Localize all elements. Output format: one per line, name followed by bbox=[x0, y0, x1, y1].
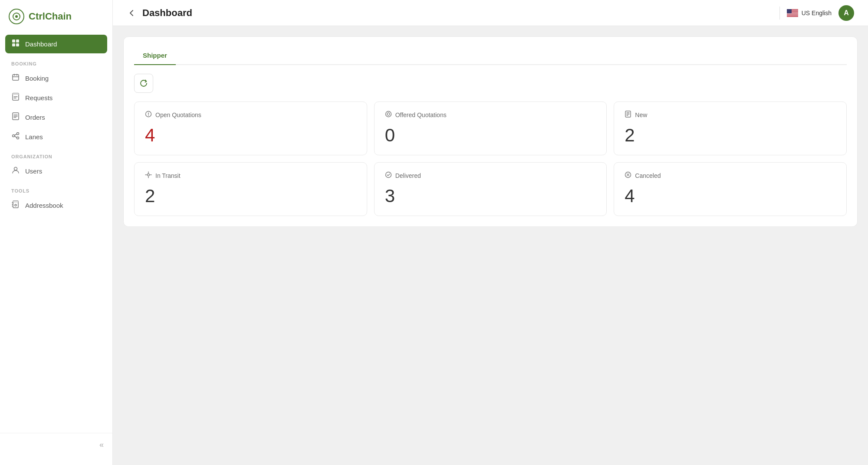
svg-point-1 bbox=[15, 15, 18, 18]
sidebar-item-requests[interactable]: Requests bbox=[5, 88, 107, 107]
stat-card-open-quotations[interactable]: Open Quotations 4 bbox=[134, 102, 367, 155]
addressbook-icon bbox=[11, 200, 20, 210]
stat-card-open-quotations-header: Open Quotations bbox=[145, 111, 356, 119]
header: Dashboard bbox=[113, 0, 868, 26]
delivered-label: Delivered bbox=[395, 172, 421, 179]
sidebar-item-users-label: Users bbox=[25, 167, 42, 175]
logo-text: CtrlChain bbox=[29, 11, 72, 22]
sidebar-item-booking-label: Booking bbox=[25, 75, 49, 82]
booking-section-label: BOOKING bbox=[5, 54, 107, 69]
stat-card-new-header: New bbox=[625, 111, 836, 119]
sidebar-footer: « bbox=[0, 433, 112, 456]
open-quotations-label: Open Quotations bbox=[155, 111, 201, 118]
open-quotations-value: 4 bbox=[145, 126, 356, 144]
language-label: US English bbox=[802, 10, 832, 16]
svg-rect-15 bbox=[13, 201, 18, 203]
dashboard-icon bbox=[11, 39, 20, 49]
stat-card-canceled[interactable]: Canceled 4 bbox=[614, 162, 847, 216]
offered-quotations-icon bbox=[385, 111, 392, 119]
sidebar-item-lanes-label: Lanes bbox=[25, 133, 43, 141]
sidebar-item-lanes[interactable]: Lanes bbox=[5, 128, 107, 146]
svg-rect-31 bbox=[787, 9, 792, 13]
stat-card-offered-quotations-header: Offered Quotations bbox=[385, 111, 596, 119]
svg-rect-3 bbox=[16, 39, 19, 43]
stat-card-delivered-header: Delivered bbox=[385, 171, 596, 180]
tools-section-label: TOOLS bbox=[5, 181, 107, 196]
svg-point-10 bbox=[13, 135, 15, 137]
svg-rect-25 bbox=[787, 13, 798, 13]
stat-card-delivered[interactable]: Delivered 3 bbox=[374, 162, 607, 216]
delivered-value: 3 bbox=[385, 187, 596, 205]
logo-icon bbox=[9, 9, 24, 24]
sidebar-nav: Dashboard BOOKING Booking Requests bbox=[0, 35, 112, 433]
offered-quotations-value: 0 bbox=[385, 126, 596, 144]
requests-icon bbox=[11, 93, 20, 103]
collapse-button[interactable]: « bbox=[99, 440, 104, 449]
sidebar-item-users[interactable]: Users bbox=[5, 162, 107, 180]
organization-section-label: ORGANIZATION bbox=[5, 147, 107, 162]
back-button[interactable] bbox=[127, 8, 136, 18]
stat-card-in-transit-header: In Transit bbox=[145, 171, 356, 180]
sidebar-item-orders-label: Orders bbox=[25, 114, 45, 121]
new-value: 2 bbox=[625, 126, 836, 144]
sidebar-item-dashboard-label: Dashboard bbox=[25, 40, 57, 48]
main-area: Dashboard bbox=[113, 0, 868, 465]
svg-point-35 bbox=[385, 172, 391, 178]
svg-rect-30 bbox=[787, 16, 798, 16]
sidebar-item-addressbook-label: Addressbook bbox=[25, 202, 63, 209]
stat-card-new[interactable]: New 2 bbox=[614, 102, 847, 155]
svg-rect-5 bbox=[16, 43, 19, 46]
delivered-icon bbox=[385, 171, 392, 180]
svg-point-12 bbox=[17, 137, 19, 139]
new-icon bbox=[625, 111, 631, 119]
open-quotations-icon bbox=[145, 111, 152, 119]
svg-rect-4 bbox=[12, 43, 15, 46]
logo-area: CtrlChain bbox=[0, 9, 112, 35]
users-icon bbox=[11, 166, 20, 176]
svg-rect-8 bbox=[13, 93, 19, 95]
stats-grid: Open Quotations 4 Offered Quotations bbox=[134, 102, 847, 216]
canceled-value: 4 bbox=[625, 187, 836, 205]
svg-rect-28 bbox=[787, 15, 798, 15]
svg-rect-29 bbox=[787, 16, 798, 16]
orders-icon bbox=[11, 112, 20, 122]
sidebar-item-orders[interactable]: Orders bbox=[5, 108, 107, 127]
stat-card-in-transit[interactable]: In Transit 2 bbox=[134, 162, 367, 216]
booking-icon bbox=[11, 73, 20, 83]
user-avatar[interactable]: A bbox=[838, 5, 854, 21]
refresh-button[interactable] bbox=[134, 74, 153, 93]
svg-rect-26 bbox=[787, 14, 798, 14]
offered-quotations-label: Offered Quotations bbox=[395, 111, 447, 118]
tabs-bar: Shipper bbox=[134, 47, 847, 65]
svg-point-33 bbox=[385, 111, 391, 117]
in-transit-label: In Transit bbox=[155, 172, 181, 179]
svg-point-11 bbox=[17, 133, 19, 135]
svg-point-16 bbox=[15, 204, 16, 206]
svg-rect-27 bbox=[787, 14, 798, 15]
tab-shipper[interactable]: Shipper bbox=[134, 47, 176, 65]
in-transit-icon bbox=[145, 171, 152, 180]
sidebar-item-dashboard[interactable]: Dashboard bbox=[5, 35, 107, 53]
svg-point-13 bbox=[14, 167, 17, 170]
canceled-label: Canceled bbox=[635, 172, 661, 179]
stat-card-canceled-header: Canceled bbox=[625, 171, 836, 180]
sidebar: CtrlChain Dashboard BOOKING bbox=[0, 0, 113, 465]
refresh-icon bbox=[139, 79, 148, 88]
canceled-icon bbox=[625, 171, 631, 180]
stat-card-offered-quotations[interactable]: Offered Quotations 0 bbox=[374, 102, 607, 155]
lanes-icon bbox=[11, 132, 20, 142]
sidebar-item-addressbook[interactable]: Addressbook bbox=[5, 196, 107, 215]
new-label: New bbox=[635, 111, 647, 118]
header-divider bbox=[779, 7, 780, 20]
main-content: Shipper bbox=[113, 26, 868, 465]
dashboard-card: Shipper bbox=[123, 36, 858, 227]
in-transit-value: 2 bbox=[145, 187, 356, 205]
sidebar-item-booking[interactable]: Booking bbox=[5, 69, 107, 88]
header-right: US English A bbox=[779, 5, 854, 21]
language-selector[interactable]: US English bbox=[787, 9, 832, 17]
svg-rect-6 bbox=[13, 75, 19, 80]
flag-icon bbox=[787, 9, 798, 17]
svg-rect-2 bbox=[12, 39, 15, 43]
sidebar-item-requests-label: Requests bbox=[25, 94, 53, 102]
page-title: Dashboard bbox=[142, 7, 192, 19]
